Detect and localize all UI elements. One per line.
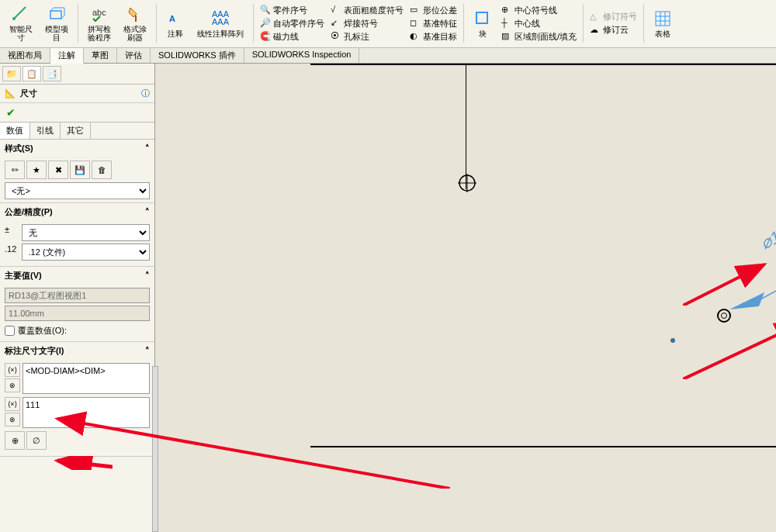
insert-extra-button[interactable]: ⊗ [5, 413, 20, 427]
datum-feature-button[interactable]: ◻基准特征 [410, 17, 457, 30]
dimension-icon: 📐 [5, 88, 16, 98]
intelli-dim-button[interactable]: 智能尺 寸 [5, 2, 37, 45]
svg-marker-16 [729, 292, 764, 309]
endpoint-dot[interactable] [670, 338, 675, 343]
block-button[interactable]: 块 [469, 2, 497, 45]
surface-finish-button[interactable]: √表面粗糙度符号 [331, 4, 404, 17]
panel-title-bar: 📐 尺寸 ⓘ [0, 85, 154, 103]
tolerance-type-icon: ± [5, 225, 19, 240]
drawing-sheet: ⌀11 111 [310, 64, 776, 447]
part-number-button[interactable]: 🔍零件序号 [260, 4, 307, 17]
svg-text:A: A [169, 14, 175, 23]
vertical-axis [466, 65, 466, 189]
precision-icon: .12 [5, 244, 19, 260]
dim-upper-text[interactable]: ⌀11 [757, 223, 776, 254]
override-checkbox[interactable] [5, 326, 15, 336]
primary-value-field[interactable] [5, 306, 150, 321]
hole-callout-button[interactable]: ⦿孔标注 [331, 30, 369, 43]
magnetic-line-button[interactable]: 🧲磁力线 [260, 30, 299, 43]
subtab-leader[interactable]: 引线 [30, 123, 61, 139]
ribbon-toolbar: 智能尺 寸 模型项 目 abc拼写检 验程序 格式涂 刷器 A注释 AAAAAA… [0, 0, 776, 48]
style-header[interactable]: 样式(S)˄ [0, 140, 154, 157]
tolerance-header[interactable]: 公差/精度(P)˄ [0, 203, 154, 221]
tolerance-type-dropdown[interactable]: 无 [22, 224, 150, 241]
primary-name-field[interactable] [5, 288, 150, 303]
area-hatch-button[interactable]: ▨区域剖面线/填充 [501, 30, 577, 43]
style-add-button[interactable]: ★ [26, 161, 47, 179]
style-delete-button[interactable]: 🗑 [92, 161, 112, 179]
chevron-up-icon: ˄ [145, 346, 150, 356]
tab-sketch[interactable]: 草图 [84, 48, 117, 63]
svg-point-0 [12, 17, 16, 20]
center-mark-button[interactable]: ⊕中心符号线 [501, 4, 557, 17]
feature-tree-tab[interactable]: 📁 [2, 66, 21, 81]
property-manager[interactable]: 📁 📋 📑 📐 尺寸 ⓘ ✔ 数值 引线 其它 样式(S)˄ ✏ ★ ✖ 💾 🗑… [0, 64, 155, 532]
primary-value-header[interactable]: 主要值(V)˄ [0, 267, 154, 285]
origin-marker [458, 174, 476, 192]
geo-tolerance-button[interactable]: ▭形位公差 [410, 4, 457, 17]
command-tabs: 视图布局 注解 草图 评估 SOLIDWORKS 插件 SOLIDWORKS I… [0, 48, 776, 64]
insert-center-button[interactable]: ⊗ [5, 378, 20, 392]
dim-text-header[interactable]: 标注尺寸文字(I)˄ [0, 342, 154, 360]
chevron-up-icon: ˄ [145, 207, 150, 217]
subtab-value[interactable]: 数值 [0, 123, 30, 139]
svg-rect-8 [656, 12, 670, 26]
tab-evaluate[interactable]: 评估 [117, 48, 151, 63]
svg-rect-7 [476, 12, 487, 23]
annotation-button[interactable]: A注释 [161, 2, 189, 45]
help-icon[interactable]: ⓘ [141, 88, 150, 99]
insert-above-button[interactable]: (×) [5, 363, 20, 377]
svg-text:abc: abc [92, 8, 106, 17]
tab-view-layout[interactable]: 视图布局 [0, 48, 50, 63]
override-label: 覆盖数值(O): [18, 325, 67, 337]
tab-sw-inspection[interactable]: SOLIDWORKS Inspection [244, 48, 360, 63]
datum-target-button[interactable]: ◐基准目标 [410, 30, 457, 43]
spell-check-button[interactable]: abc拼写检 验程序 [83, 2, 116, 45]
chevron-up-icon: ˄ [145, 143, 150, 154]
insert-below-button[interactable]: (×) [5, 397, 20, 411]
revision-cloud-button[interactable]: ☁修订云 [590, 23, 629, 36]
tables-button[interactable]: 表格 [649, 2, 677, 45]
property-tab[interactable]: 📋 [23, 66, 41, 81]
svg-text:AAA: AAA [212, 17, 230, 26]
weld-symbol-button[interactable]: ↙焊接符号 [331, 17, 378, 30]
linear-note-button[interactable]: AAAAAA线性注释阵列 [192, 2, 248, 45]
center-line-button[interactable]: ┼中心线 [501, 17, 540, 30]
style-dropdown[interactable]: <无> [5, 182, 150, 199]
justify-button[interactable]: ⊕ [5, 431, 25, 450]
dimension-leader[interactable] [729, 292, 776, 393]
style-update-button[interactable]: ✖ [48, 161, 68, 179]
auto-part-number-button[interactable]: 🔎自动零件序号 [260, 17, 324, 30]
dim-text-template[interactable] [23, 363, 150, 394]
format-painter-button[interactable]: 格式涂 刷器 [119, 2, 151, 45]
style-load-button[interactable]: ✏ [5, 161, 25, 179]
chevron-up-icon: ˄ [145, 271, 150, 281]
panel-resize-handle[interactable] [152, 366, 158, 532]
svg-rect-3 [135, 16, 137, 22]
model-items-button[interactable]: 模型项 目 [40, 2, 73, 45]
ok-check[interactable]: ✔ [0, 103, 154, 122]
subtab-other[interactable]: 其它 [61, 123, 91, 139]
tab-annotation[interactable]: 注解 [50, 48, 84, 64]
precision-dropdown[interactable]: .12 (文件) [22, 244, 150, 261]
config-tab[interactable]: 📑 [43, 66, 61, 81]
symbol-button[interactable]: ∅ [26, 431, 47, 450]
svg-rect-1 [50, 11, 61, 19]
tab-sw-addins[interactable]: SOLIDWORKS 插件 [151, 48, 244, 63]
dim-text-extra[interactable] [23, 397, 150, 428]
panel-title: 尺寸 [20, 88, 37, 99]
style-save-button[interactable]: 💾 [70, 161, 90, 179]
drawing-canvas[interactable]: 🔍 🔎 ↶ ✂ ▦ ▾ ⌀11 111 [155, 64, 776, 532]
revision-symbol-button[interactable]: △修订符号 [590, 10, 637, 23]
